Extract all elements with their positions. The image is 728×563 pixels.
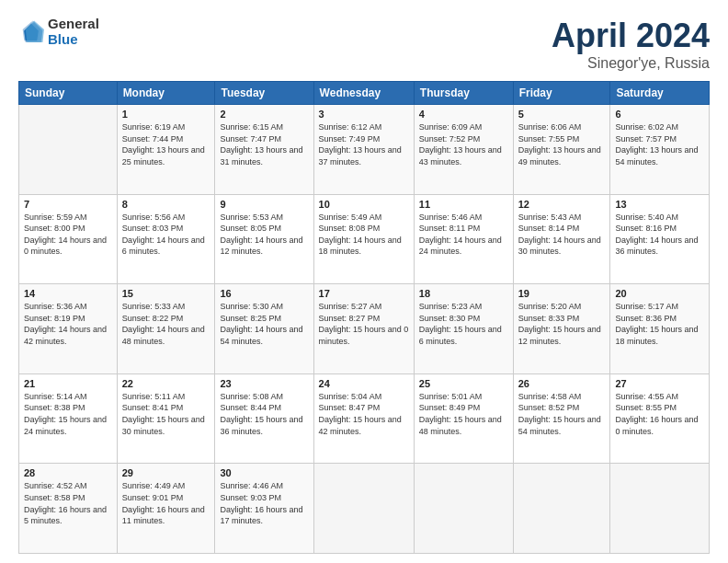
calendar-day-cell: 21 Sunrise: 5:14 AMSunset: 8:38 PMDaylig…: [19, 373, 118, 464]
day-number: 16: [220, 288, 308, 299]
logo-text: General Blue: [48, 17, 99, 47]
calendar-day-cell: [513, 464, 610, 554]
day-detail: Sunrise: 4:46 AMSunset: 9:03 PMDaylight:…: [220, 481, 302, 525]
day-detail: Sunrise: 6:06 AMSunset: 7:55 PMDaylight:…: [518, 122, 601, 167]
header-thursday: Thursday: [414, 82, 513, 105]
day-detail: Sunrise: 5:33 AMSunset: 8:22 PMDaylight:…: [122, 302, 205, 346]
calendar-location: Sinegor'ye, Russia: [552, 55, 710, 72]
day-detail: Sunrise: 5:53 AMSunset: 8:05 PMDaylight:…: [220, 213, 302, 257]
day-number: 23: [220, 378, 308, 389]
day-detail: Sunrise: 5:59 AMSunset: 8:00 PMDaylight:…: [24, 213, 107, 257]
calendar-day-cell: 24 Sunrise: 5:04 AMSunset: 8:47 PMDaylig…: [313, 373, 414, 464]
calendar-day-cell: 27 Sunrise: 4:55 AMSunset: 8:55 PMDaylig…: [610, 373, 710, 464]
calendar-day-cell: 26 Sunrise: 4:58 AMSunset: 8:52 PMDaylig…: [513, 373, 610, 464]
day-number: 21: [24, 378, 112, 389]
calendar-day-cell: 30 Sunrise: 4:46 AMSunset: 9:03 PMDaylig…: [215, 464, 313, 554]
calendar-day-cell: 18 Sunrise: 5:23 AMSunset: 8:30 PMDaylig…: [414, 284, 513, 374]
day-detail: Sunrise: 6:09 AMSunset: 7:52 PMDaylight:…: [419, 122, 502, 167]
day-number: 24: [319, 378, 409, 389]
calendar-week-row: 21 Sunrise: 5:14 AMSunset: 8:38 PMDaylig…: [19, 373, 710, 464]
calendar-day-cell: 15 Sunrise: 5:33 AMSunset: 8:22 PMDaylig…: [117, 284, 215, 374]
day-detail: Sunrise: 5:46 AMSunset: 8:11 PMDaylight:…: [419, 213, 502, 257]
day-detail: Sunrise: 4:58 AMSunset: 8:52 PMDaylight:…: [518, 392, 601, 436]
calendar-day-cell: 5 Sunrise: 6:06 AMSunset: 7:55 PMDayligh…: [513, 105, 610, 195]
day-number: 5: [518, 109, 606, 120]
calendar-week-row: 7 Sunrise: 5:59 AMSunset: 8:00 PMDayligh…: [19, 194, 710, 284]
day-detail: Sunrise: 5:08 AMSunset: 8:44 PMDaylight:…: [220, 392, 302, 436]
day-detail: Sunrise: 4:52 AMSunset: 8:58 PMDaylight:…: [24, 481, 107, 525]
day-number: 10: [319, 199, 409, 210]
day-number: 13: [615, 199, 704, 210]
day-number: 29: [122, 467, 210, 478]
day-number: 4: [419, 109, 508, 120]
day-number: 12: [518, 199, 606, 210]
day-detail: Sunrise: 5:56 AMSunset: 8:03 PMDaylight:…: [122, 213, 205, 257]
logo-general-text: General: [48, 17, 99, 32]
header-wednesday: Wednesday: [313, 82, 414, 105]
calendar-day-cell: 4 Sunrise: 6:09 AMSunset: 7:52 PMDayligh…: [414, 105, 513, 195]
day-detail: Sunrise: 5:20 AMSunset: 8:33 PMDaylight:…: [518, 302, 601, 346]
day-number: 28: [24, 467, 112, 478]
calendar-day-cell: 19 Sunrise: 5:20 AMSunset: 8:33 PMDaylig…: [513, 284, 610, 374]
day-number: 20: [615, 288, 704, 299]
header-friday: Friday: [513, 82, 610, 105]
day-number: 6: [615, 109, 704, 120]
day-number: 17: [319, 288, 409, 299]
header-tuesday: Tuesday: [215, 82, 313, 105]
title-block: April 2024 Sinegor'ye, Russia: [552, 17, 710, 72]
day-number: 19: [518, 288, 606, 299]
day-detail: Sunrise: 5:01 AMSunset: 8:49 PMDaylight:…: [419, 392, 502, 436]
day-number: 15: [122, 288, 210, 299]
calendar-day-cell: 25 Sunrise: 5:01 AMSunset: 8:49 PMDaylig…: [414, 373, 513, 464]
day-detail: Sunrise: 4:49 AMSunset: 9:01 PMDaylight:…: [122, 481, 205, 525]
calendar-week-row: 1 Sunrise: 6:19 AMSunset: 7:44 PMDayligh…: [19, 105, 710, 195]
day-number: 11: [419, 199, 508, 210]
day-number: 18: [419, 288, 508, 299]
calendar-day-cell: 2 Sunrise: 6:15 AMSunset: 7:47 PMDayligh…: [215, 105, 313, 195]
calendar-day-cell: 1 Sunrise: 6:19 AMSunset: 7:44 PMDayligh…: [117, 105, 215, 195]
day-detail: Sunrise: 5:14 AMSunset: 8:38 PMDaylight:…: [24, 392, 107, 436]
day-number: 25: [419, 378, 508, 389]
day-detail: Sunrise: 5:11 AMSunset: 8:41 PMDaylight:…: [122, 392, 205, 436]
calendar-day-cell: [414, 464, 513, 554]
day-detail: Sunrise: 5:23 AMSunset: 8:30 PMDaylight:…: [419, 302, 502, 346]
calendar-day-cell: 13 Sunrise: 5:40 AMSunset: 8:16 PMDaylig…: [610, 194, 710, 284]
day-number: 2: [220, 109, 308, 120]
day-detail: Sunrise: 6:19 AMSunset: 7:44 PMDaylight:…: [122, 122, 205, 167]
day-detail: Sunrise: 5:04 AMSunset: 8:47 PMDaylight:…: [319, 392, 402, 436]
calendar-day-cell: 14 Sunrise: 5:36 AMSunset: 8:19 PMDaylig…: [19, 284, 118, 374]
calendar-day-cell: 7 Sunrise: 5:59 AMSunset: 8:00 PMDayligh…: [19, 194, 118, 284]
day-detail: Sunrise: 5:30 AMSunset: 8:25 PMDaylight:…: [220, 302, 302, 346]
day-detail: Sunrise: 5:40 AMSunset: 8:16 PMDaylight:…: [615, 213, 698, 257]
day-detail: Sunrise: 5:27 AMSunset: 8:27 PMDaylight:…: [319, 302, 409, 346]
day-detail: Sunrise: 4:55 AMSunset: 8:55 PMDaylight:…: [615, 392, 698, 436]
calendar-title: April 2024: [552, 17, 710, 55]
day-number: 8: [122, 199, 210, 210]
day-number: 7: [24, 199, 112, 210]
day-number: 1: [122, 109, 210, 120]
day-number: 30: [220, 467, 308, 478]
logo-icon: [18, 19, 44, 45]
calendar-day-cell: 9 Sunrise: 5:53 AMSunset: 8:05 PMDayligh…: [215, 194, 313, 284]
calendar-day-cell: [19, 105, 118, 195]
day-detail: Sunrise: 6:02 AMSunset: 7:57 PMDaylight:…: [615, 122, 698, 167]
calendar-day-cell: 17 Sunrise: 5:27 AMSunset: 8:27 PMDaylig…: [313, 284, 414, 374]
calendar-day-cell: 22 Sunrise: 5:11 AMSunset: 8:41 PMDaylig…: [117, 373, 215, 464]
day-detail: Sunrise: 6:12 AMSunset: 7:49 PMDaylight:…: [319, 122, 402, 167]
day-detail: Sunrise: 5:49 AMSunset: 8:08 PMDaylight:…: [319, 213, 402, 257]
calendar-day-cell: 11 Sunrise: 5:46 AMSunset: 8:11 PMDaylig…: [414, 194, 513, 284]
logo-blue-text: Blue: [48, 32, 99, 48]
logo: General Blue: [18, 17, 99, 47]
calendar-day-cell: 20 Sunrise: 5:17 AMSunset: 8:36 PMDaylig…: [610, 284, 710, 374]
calendar-day-cell: 12 Sunrise: 5:43 AMSunset: 8:14 PMDaylig…: [513, 194, 610, 284]
header: General Blue April 2024 Sinegor'ye, Russ…: [18, 17, 710, 72]
day-detail: Sunrise: 5:43 AMSunset: 8:14 PMDaylight:…: [518, 213, 601, 257]
calendar-day-cell: 6 Sunrise: 6:02 AMSunset: 7:57 PMDayligh…: [610, 105, 710, 195]
calendar-day-cell: 29 Sunrise: 4:49 AMSunset: 9:01 PMDaylig…: [117, 464, 215, 554]
day-number: 9: [220, 199, 308, 210]
day-number: 27: [615, 378, 704, 389]
day-number: 22: [122, 378, 210, 389]
calendar-day-cell: 8 Sunrise: 5:56 AMSunset: 8:03 PMDayligh…: [117, 194, 215, 284]
calendar-day-cell: [610, 464, 710, 554]
svg-marker-4: [26, 20, 44, 41]
